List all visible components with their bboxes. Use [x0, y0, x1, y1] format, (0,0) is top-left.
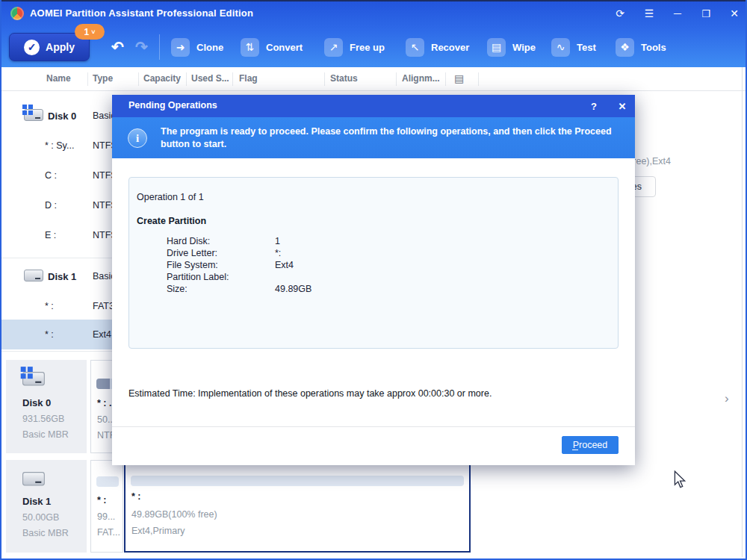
proceed-button[interactable]: Proceed: [562, 436, 619, 454]
dialog-info-text: The program is ready to proceed. Please …: [161, 125, 622, 151]
free-up-label: Free up: [350, 42, 385, 53]
disk1-partition-fat32-block[interactable]: * : 99... FAT...: [90, 460, 123, 553]
disk0-name: Disk 0: [22, 397, 51, 408]
clone-icon: ➜: [171, 38, 190, 57]
expand-panel-chevron-icon[interactable]: ›: [725, 391, 729, 406]
column-status[interactable]: Status: [330, 73, 358, 84]
disk0-capacity: 931.56GB: [22, 414, 64, 424]
convert-button[interactable]: ⇅ Convert: [241, 37, 303, 57]
row-name: Disk 0: [48, 111, 76, 122]
window-border: [0, 0, 747, 1]
column-flag[interactable]: Flag: [239, 73, 258, 84]
partition-label: * :: [97, 495, 107, 505]
disk1-card[interactable]: Disk 1 50.00GB Basic MBR: [6, 460, 87, 553]
operations-list: Operation 1 of 1 Create Partition Hard D…: [128, 177, 619, 349]
toolbar-divider: [159, 34, 160, 60]
dialog-footer-divider: [112, 426, 635, 427]
disk1-capacity: 50.00GB: [22, 512, 59, 523]
disk0-style: Basic MBR: [22, 429, 69, 440]
tools-icon: ❖: [616, 38, 634, 57]
header-bar: AOMEI Partition Assistant Professional E…: [0, 0, 747, 67]
maximize-icon[interactable]: ❒: [696, 4, 716, 22]
test-icon: ∿: [551, 38, 570, 57]
operation-index: Operation 1 of 1: [137, 192, 204, 202]
partition-fs: Ext4,Primary: [131, 526, 185, 536]
capacity-bar: [96, 476, 119, 487]
estimated-time-text: Estimated Time: Implementation of these …: [128, 388, 492, 399]
field-size: Size:49.89GB: [167, 284, 585, 296]
window-border: [0, 0, 1, 560]
column-used-space[interactable]: Used S...: [191, 73, 229, 84]
info-icon: i: [128, 128, 147, 148]
chevron-down-icon: ˅: [91, 28, 95, 36]
apply-button-label: Apply: [46, 41, 75, 53]
wipe-icon: ▤: [487, 38, 506, 57]
row-name: * : Sy...: [45, 140, 74, 151]
row-name: * :: [45, 329, 54, 340]
test-button[interactable]: ∿ Test: [551, 37, 596, 57]
apply-check-icon: ✓: [24, 40, 40, 55]
mouse-cursor: [672, 470, 687, 491]
field-hard-disk: Hard Disk:1: [167, 236, 585, 248]
dialog-info-banner: i The program is ready to proceed. Pleas…: [112, 117, 635, 158]
field-partition-label: Partition Label:: [167, 272, 585, 284]
column-name[interactable]: Name: [46, 73, 71, 84]
right-panel-divider: [742, 67, 743, 557]
undo-icon[interactable]: ↶: [111, 38, 124, 56]
field-file-system: File System:Ext4: [167, 260, 585, 272]
recover-button[interactable]: ↖ Recover: [406, 37, 469, 57]
tools-label: Tools: [641, 42, 666, 53]
partition-fs: FAT...: [97, 527, 120, 538]
capacity-bar: [131, 476, 464, 486]
wipe-button[interactable]: ▤ Wipe: [487, 37, 536, 57]
clone-button[interactable]: ➜ Clone: [171, 37, 223, 57]
window-title: AOMEI Partition Assistant Professional E…: [30, 7, 253, 19]
dialog-close-icon[interactable]: ✕: [615, 99, 630, 113]
disk-icon: [22, 472, 45, 485]
partition-size: 99...: [97, 511, 115, 522]
badge-count: 1: [84, 27, 90, 37]
proceed-label: Proceed: [573, 440, 608, 450]
dialog-title: Pending Operations: [128, 100, 217, 111]
recover-label: Recover: [431, 42, 469, 53]
dialog-titlebar[interactable]: Pending Operations ? ✕: [112, 95, 635, 117]
redo-icon: ↷: [135, 38, 148, 56]
close-icon[interactable]: ✕: [725, 4, 744, 22]
app-logo-icon: [10, 7, 24, 20]
column-capacity[interactable]: Capacity: [143, 73, 181, 84]
operation-name: Create Partition: [137, 216, 206, 226]
disk1-style: Basic MBR: [22, 528, 69, 538]
disk1-name: Disk 1: [22, 496, 51, 507]
pending-operations-badge[interactable]: 1 ˅: [75, 24, 105, 40]
disk0-card[interactable]: Disk 0 931.56GB Basic MBR: [6, 360, 87, 453]
column-alignment[interactable]: Alignm...: [402, 73, 440, 84]
partition-size: 49.89GB(100% free): [131, 509, 217, 520]
convert-icon: ⇅: [241, 38, 259, 57]
wipe-label: Wipe: [512, 42, 536, 53]
pending-operations-dialog: Pending Operations ? ✕ i The program is …: [112, 95, 635, 465]
test-label: Test: [577, 42, 596, 53]
convert-label: Convert: [266, 42, 303, 53]
free-up-icon: ↗: [324, 38, 343, 57]
partition-label: * :: [131, 491, 141, 502]
row-name: * :: [45, 301, 54, 311]
column-type[interactable]: Type: [93, 73, 113, 84]
row-name: Disk 1: [48, 271, 76, 282]
disk-icon: [24, 270, 43, 281]
row-type: Ext4: [93, 329, 111, 340]
tools-button[interactable]: ❖ Tools: [616, 37, 666, 57]
menu-icon[interactable]: ☰: [639, 4, 659, 22]
free-up-button[interactable]: ↗ Free up: [324, 37, 385, 57]
refresh-icon[interactable]: ⟳: [610, 4, 630, 22]
help-icon[interactable]: ?: [586, 99, 601, 113]
disk-system-icon: [24, 109, 43, 121]
row-name: E :: [45, 230, 56, 240]
row-name: D :: [45, 200, 57, 211]
clone-label: Clone: [196, 42, 223, 53]
column-settings-icon[interactable]: ▤: [454, 72, 464, 84]
app-window: AOMEI Partition Assistant Professional E…: [0, 0, 747, 560]
recover-icon: ↖: [406, 38, 424, 57]
row-name: C :: [45, 170, 57, 181]
disk1-partition-ext4-block-selected[interactable]: * : 49.89GB(100% free) Ext4,Primary: [124, 460, 471, 553]
minimize-icon[interactable]: ─: [668, 4, 687, 22]
